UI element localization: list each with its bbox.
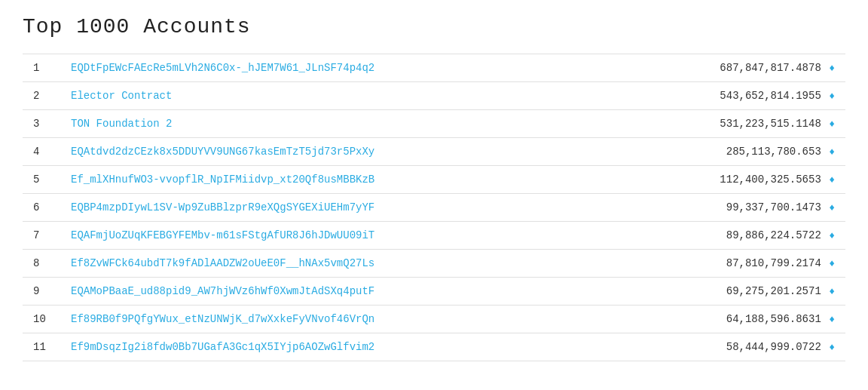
address-cell[interactable]: Ef89RB0f9PQfgYWux_etNzUNWjK_d7wXxkeFyVNv… [60,306,613,333]
table-row: 6EQBP4mzpDIywL1SV-Wp9ZuBBlzprR9eXQgSYGEX… [23,194,845,222]
balance-cell: 531,223,515.1148 ♦ [613,110,845,138]
rank-cell: 9 [23,278,60,306]
balance-cell: 687,847,817.4878 ♦ [613,54,845,82]
address-cell[interactable]: EQBP4mzpDIywL1SV-Wp9ZuBBlzprR9eXQgSYGEXi… [60,194,613,222]
address-cell[interactable]: EQAtdvd2dzCEzk8x5DDUYVV9UNG67kasEmTzT5jd… [60,138,613,166]
balance-cell: 58,444,999.0722 ♦ [613,333,845,361]
address-cell[interactable]: Ef8ZvWFCk64ubdT7k9fADlAADZW2oUeE0F__hNAx… [60,250,613,278]
rank-cell: 1 [23,54,60,82]
address-cell[interactable]: TON Foundation 2 [60,110,613,138]
diamond-icon: ♦ [829,286,835,297]
balance-cell: 543,652,814.1955 ♦ [613,82,845,110]
diamond-icon: ♦ [829,202,835,213]
balance-cell: 99,337,700.1473 ♦ [613,194,845,222]
table-row: 4EQAtdvd2dzCEzk8x5DDUYVV9UNG67kasEmTzT5j… [23,138,845,166]
diamond-icon: ♦ [829,63,835,74]
balance-cell: 64,188,596.8631 ♦ [613,306,845,333]
rank-cell: 6 [23,194,60,222]
diamond-icon: ♦ [829,342,835,353]
table-row: 9EQAMoPBaaE_ud88pid9_AW7hjWVz6hWf0XwmJtA… [23,278,845,306]
address-cell[interactable]: Ef_mlXHnufWO3-vvopflR_NpIFMiidvp_xt20Qf8… [60,166,613,194]
balance-cell: 285,113,780.653 ♦ [613,138,845,166]
page-title: Top 1000 Accounts [23,15,845,38]
balance-cell: 69,275,201.2571 ♦ [613,278,845,306]
rank-cell: 5 [23,166,60,194]
rank-cell: 7 [23,222,60,250]
address-cell[interactable]: Ef9mDsqzIg2i8fdw0Bb7UGafA3Gc1qX5IYjp6AOZ… [60,333,613,361]
diamond-icon: ♦ [829,230,835,241]
address-cell[interactable]: EQAFmjUoZUqKFEBGYFEMbv-m61sFStgAfUR8J6hJ… [60,222,613,250]
diamond-icon: ♦ [829,118,835,130]
table-row: 2Elector Contract543,652,814.1955 ♦ [23,82,845,110]
diamond-icon: ♦ [829,174,835,186]
diamond-icon: ♦ [829,258,835,269]
rank-cell: 4 [23,138,60,166]
table-row: 1EQDtFpEWcFAEcRe5mLVh2N6C0x-_hJEM7W61_JL… [23,54,845,82]
table-row: 10Ef89RB0f9PQfgYWux_etNzUNWjK_d7wXxkeFyV… [23,306,845,333]
rank-cell: 8 [23,250,60,278]
diamond-icon: ♦ [829,91,835,102]
balance-cell: 112,400,325.5653 ♦ [613,166,845,194]
rank-cell: 3 [23,110,60,138]
accounts-table: 1EQDtFpEWcFAEcRe5mLVh2N6C0x-_hJEM7W61_JL… [23,54,845,361]
table-row: 8Ef8ZvWFCk64ubdT7k9fADlAADZW2oUeE0F__hNA… [23,250,845,278]
balance-cell: 89,886,224.5722 ♦ [613,222,845,250]
table-row: 3TON Foundation 2531,223,515.1148 ♦ [23,110,845,138]
address-cell[interactable]: Elector Contract [60,82,613,110]
rank-cell: 11 [23,333,60,361]
address-cell[interactable]: EQDtFpEWcFAEcRe5mLVh2N6C0x-_hJEM7W61_JLn… [60,54,613,82]
balance-cell: 87,810,799.2174 ♦ [613,250,845,278]
rank-cell: 2 [23,82,60,110]
table-row: 11Ef9mDsqzIg2i8fdw0Bb7UGafA3Gc1qX5IYjp6A… [23,333,845,361]
table-row: 5Ef_mlXHnufWO3-vvopflR_NpIFMiidvp_xt20Qf… [23,166,845,194]
diamond-icon: ♦ [829,314,835,325]
address-cell[interactable]: EQAMoPBaaE_ud88pid9_AW7hjWVz6hWf0XwmJtAd… [60,278,613,306]
table-row: 7EQAFmjUoZUqKFEBGYFEMbv-m61sFStgAfUR8J6h… [23,222,845,250]
diamond-icon: ♦ [829,146,835,158]
rank-cell: 10 [23,306,60,333]
